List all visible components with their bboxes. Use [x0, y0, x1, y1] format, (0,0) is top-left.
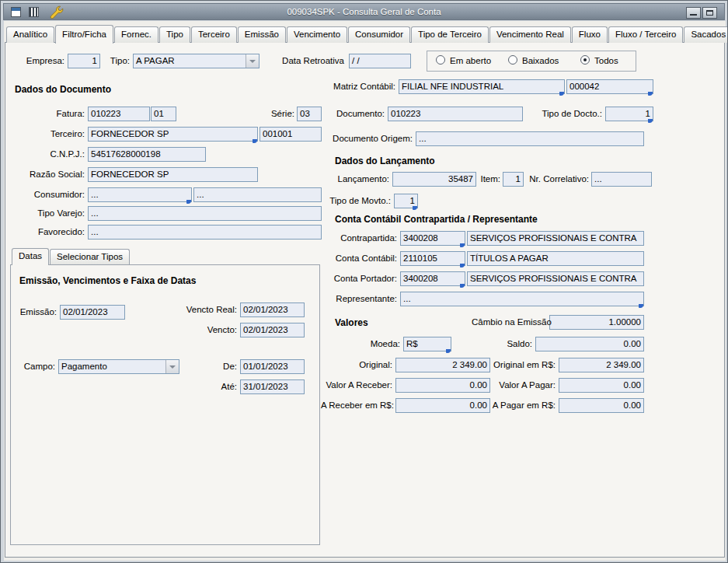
tipo-chevron-down-icon[interactable] [246, 54, 259, 68]
radio-em-aberto[interactable] [436, 55, 445, 65]
tab-datas[interactable]: Datas [12, 248, 49, 265]
campo-select[interactable]: Pagamento [58, 359, 179, 374]
minimize-icon[interactable] [686, 7, 701, 19]
vencto-real-label: Vencto Real: [183, 305, 237, 314]
favorecido-input[interactable]: ... [88, 225, 322, 240]
valores-header: Valores [335, 317, 368, 328]
cambio-input[interactable]: 1.00000 [549, 315, 644, 330]
cnpj-label: C.N.P.J.: [37, 149, 85, 159]
representante-label: Representante: [329, 294, 397, 303]
datas-panel-header: Emissão, Vencimentos e Faixa de Datas [19, 275, 196, 286]
tab-fluxo[interactable]: Fluxo [572, 26, 608, 43]
matriz-contabil-codigo-input[interactable]: 000042 [566, 79, 653, 94]
tipo-varejo-input[interactable]: ... [88, 206, 322, 221]
saldo-input[interactable]: 0.00 [535, 337, 644, 351]
matriz-contabil-nome-input[interactable]: FILIAL NFE INDUSTRIAL [399, 79, 565, 94]
tab-filtro-ficha[interactable]: Filtro/Ficha [55, 25, 113, 44]
documento-input[interactable]: 010223 [388, 107, 523, 121]
tipo-movto-label: Tipo de Movto.: [326, 196, 391, 205]
tab-emissao[interactable]: Emissão [238, 26, 286, 43]
consumidor-input-1[interactable]: ... [88, 187, 192, 202]
conta-portador-descricao-input[interactable]: SERVIÇOS PROFISSIONAIS E CONTRA [467, 271, 644, 286]
tab-vencimento[interactable]: Vencimento [287, 26, 347, 43]
razao-social-input[interactable]: FORNECEDOR SP [88, 167, 258, 182]
matriz-contabil-label: Matriz Contábil: [327, 82, 395, 91]
fatura-sufixo-input[interactable]: 01 [151, 107, 176, 121]
de-input[interactable]: 01/01/2023 [240, 359, 305, 374]
tipo-label: Tipo: [105, 56, 130, 65]
favorecido-label: Favorecido: [21, 227, 85, 236]
fatura-numero-input[interactable]: 010223 [88, 107, 150, 121]
a-pagar-rs-label: A Pagar em R$: [490, 400, 556, 410]
tab-vencimento-real[interactable]: Vencimento Real [489, 26, 571, 43]
data-retroativa-label: Data Retroativa [277, 56, 344, 65]
original-label: Original: [354, 360, 392, 369]
consumidor-input-2[interactable]: ... [193, 187, 322, 202]
radio-todos-label: Todos [594, 56, 632, 65]
vencto-input[interactable]: 02/01/2023 [240, 323, 305, 337]
window-title: 009034SPK - Consulta Geral de Conta [4, 4, 724, 19]
tab-consumidor[interactable]: Consumidor [348, 26, 410, 43]
serie-label: Série: [260, 109, 294, 118]
item-input[interactable]: 1 [503, 172, 524, 187]
original-rs-input[interactable]: 2 349.00 [559, 358, 644, 372]
a-receber-rs-input[interactable]: 0.00 [395, 398, 490, 413]
conta-portador-codigo-input[interactable]: 3400208 [400, 271, 465, 286]
tab-fluxo-terceiro[interactable]: Fluxo / Terceiro [608, 26, 683, 43]
radio-baixados-label: Baixados [522, 56, 572, 65]
tipo-docto-input[interactable]: 1 [605, 107, 653, 121]
contrapartida-label: Contrapartida: [336, 233, 397, 243]
conta-contabil-codigo-input[interactable]: 2110105 [400, 251, 465, 266]
empresa-input[interactable]: 1 [68, 54, 100, 68]
tab-selecionar-tipos[interactable]: Selecionar Tipos [50, 249, 130, 264]
valor-a-receber-label: Valor A Receber: [326, 380, 392, 390]
vencto-label: Vencto: [201, 325, 237, 334]
de-label: De: [215, 362, 237, 371]
conta-contabil-descricao-input[interactable]: TÍTULOS A PAGAR [467, 251, 644, 266]
original-input[interactable]: 2 349.00 [395, 358, 490, 372]
maximize-icon[interactable] [702, 7, 717, 19]
cnpj-input[interactable]: 54517628000198 [88, 147, 206, 162]
conta-contrapartida-header: Conta Contábil Contrapartida / Represent… [335, 214, 538, 225]
valor-a-pagar-input[interactable]: 0.00 [559, 378, 644, 393]
ate-label: Até: [214, 382, 237, 391]
tipo-docto-label: Tipo de Docto.: [538, 109, 602, 118]
titlebar: 009034SPK - Consulta Geral de Conta [3, 3, 725, 20]
saldo-label: Saldo: [500, 339, 532, 348]
contrapartida-descricao-input[interactable]: SERVIÇOS PROFISSIONAIS E CONTRA [467, 231, 644, 246]
tab-tipo[interactable]: Tipo [159, 26, 190, 43]
emissao-label: Emissão: [16, 307, 57, 316]
tipo-select[interactable]: A PAGAR [133, 54, 260, 68]
empresa-label: Empresa: [15, 56, 64, 65]
tab-tipo-de-terceiro[interactable]: Tipo de Terceiro [411, 26, 489, 43]
ate-input[interactable]: 31/01/2023 [240, 379, 305, 394]
tipo-varejo-label: Tipo Varejo: [21, 208, 85, 218]
dados-documento-header: Dados do Documento [15, 84, 111, 95]
campo-chevron-down-icon[interactable] [165, 360, 179, 373]
tab-terceiro[interactable]: Terceiro [191, 26, 237, 43]
datas-tabstrip: Datas Selecionar Tipos [12, 248, 131, 264]
campo-label: Campo: [21, 362, 55, 371]
documento-origem-input[interactable]: ... [416, 131, 644, 146]
contrapartida-codigo-input[interactable]: 3400208 [400, 231, 465, 246]
terceiro-codigo-input[interactable]: 001001 [260, 127, 322, 142]
item-label: Item: [477, 174, 500, 184]
lancamento-input[interactable]: 35487 [392, 172, 476, 187]
valor-a-receber-input[interactable]: 0.00 [395, 378, 490, 393]
lancamento-label: Lançamento: [335, 174, 389, 184]
representante-input[interactable]: ... [400, 292, 644, 306]
radio-todos[interactable] [580, 55, 590, 65]
tab-fornec[interactable]: Fornec. [114, 26, 158, 43]
emissao-input[interactable]: 02/01/2023 [60, 305, 125, 320]
nr-correlativo-input[interactable]: ... [591, 172, 652, 187]
conta-portador-label: Conta Portador: [333, 274, 397, 283]
tab-sacados[interactable]: Sacados [684, 26, 728, 43]
vencto-real-input[interactable]: 02/01/2023 [240, 302, 305, 317]
radio-baixados[interactable] [508, 55, 517, 65]
terceiro-nome-input[interactable]: FORNECEDOR SP [88, 127, 258, 142]
a-pagar-rs-input[interactable]: 0.00 [559, 398, 644, 413]
serie-input[interactable]: 03 [297, 107, 322, 121]
tab-analitico[interactable]: Analítico [6, 26, 54, 43]
data-retroativa-input[interactable]: / / [349, 54, 411, 68]
moeda-input[interactable]: R$ [403, 337, 451, 351]
